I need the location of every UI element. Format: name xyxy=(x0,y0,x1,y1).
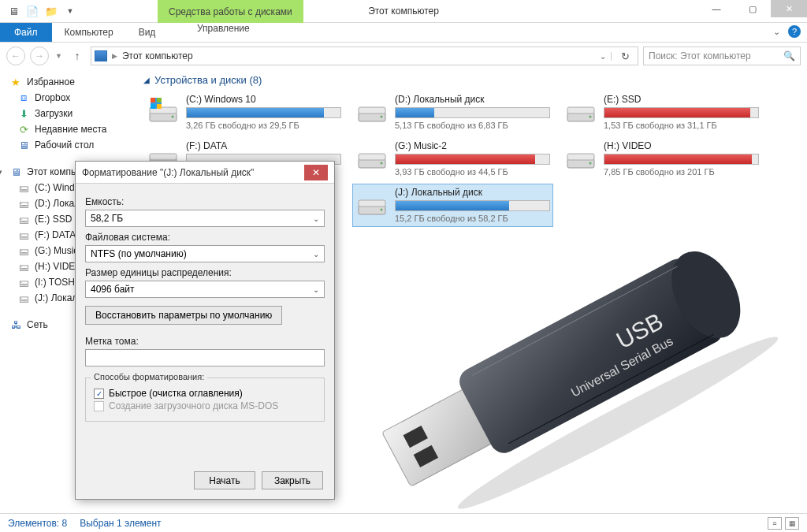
svg-rect-6 xyxy=(151,104,155,109)
minimize-button[interactable]: — xyxy=(698,0,734,17)
drive-icon: 🖴 xyxy=(17,213,30,225)
filesystem-label: Файловая система: xyxy=(85,232,325,243)
context-tab-drive-tools[interactable]: Средства работы с дисками xyxy=(158,0,303,23)
dropbox-icon: ⧈ xyxy=(17,91,30,104)
svg-rect-15 xyxy=(150,154,177,160)
svg-rect-12 xyxy=(567,107,594,113)
drive-tile[interactable]: (H:) VIDEO 7,85 ГБ свободно из 201 ГБ xyxy=(561,137,762,180)
tiles-view-icon[interactable]: ▦ xyxy=(785,517,799,530)
drive-tile[interactable]: (G:) Music-2 3,93 ГБ свободно из 44,5 ГБ xyxy=(352,137,553,180)
drive-usage-bar xyxy=(395,154,550,165)
svg-rect-7 xyxy=(157,104,162,109)
help-icon[interactable]: ? xyxy=(788,25,801,38)
search-placeholder: Поиск: Этот компьютер xyxy=(649,50,751,61)
qat-computer-icon[interactable]: 🖥 xyxy=(5,2,22,20)
format-options-legend: Способы форматирования: xyxy=(91,372,207,381)
computer-icon xyxy=(95,50,107,61)
titlebar: 🖥 📄 📁 ▼ Средства работы с дисками Этот к… xyxy=(0,0,807,23)
history-dropdown-icon[interactable]: ▼ xyxy=(54,52,64,60)
file-tab[interactable]: Файл xyxy=(0,23,52,42)
forward-button[interactable]: → xyxy=(30,47,49,65)
drive-icon: 🖴 xyxy=(17,260,30,273)
drive-icon: 🖴 xyxy=(17,229,30,241)
close-dialog-button[interactable]: Закрыть xyxy=(262,471,323,489)
drive-icon xyxy=(147,94,180,127)
capacity-label: Емкость: xyxy=(85,196,325,207)
recent-icon: ⟳ xyxy=(17,123,30,136)
close-button[interactable]: ✕ xyxy=(771,0,807,17)
details-view-icon[interactable]: ≡ xyxy=(768,517,782,530)
drive-tile[interactable]: (D:) Локальный диск 5,13 ГБ свободно из … xyxy=(352,91,553,134)
dialog-close-button[interactable]: ✕ xyxy=(304,165,328,180)
drive-usage-bar xyxy=(604,154,759,165)
svg-rect-24 xyxy=(359,200,385,206)
search-input[interactable]: Поиск: Этот компьютер 🔍 xyxy=(643,47,801,65)
collapse-icon: ◢ xyxy=(143,76,150,84)
drive-tile[interactable]: (C:) Windows 10 3,26 ГБ свободно из 29,5… xyxy=(143,91,344,134)
sidebar-favorites[interactable]: ★Избранное xyxy=(0,74,136,90)
svg-point-2 xyxy=(172,116,174,118)
svg-point-19 xyxy=(381,162,383,165)
capacity-select[interactable]: 58,2 ГБ⌄ xyxy=(85,210,325,227)
dialog-title: Форматирование "(J:) Локальный диск" xyxy=(82,167,304,178)
maximize-button[interactable]: ▢ xyxy=(734,0,771,17)
restore-defaults-button[interactable]: Восстановить параметры по умолчанию xyxy=(85,306,282,325)
status-selection: Выбран 1 элемент xyxy=(80,518,161,529)
group-header-drives[interactable]: ◢ Устройства и диски (8) xyxy=(143,74,799,86)
sidebar-dropbox[interactable]: ⧈Dropbox xyxy=(0,90,136,106)
address-bar[interactable]: ▶ Этот компьютер ⌄ ↻ xyxy=(91,47,638,65)
chevron-down-icon: ⌄ xyxy=(313,250,319,259)
refresh-icon[interactable]: ↻ xyxy=(616,50,634,62)
chevron-down-icon: ⌄ xyxy=(313,214,319,223)
drive-tile[interactable]: (J:) Локальный диск 15,2 ГБ свободно из … xyxy=(352,184,553,227)
drive-icon xyxy=(355,94,389,127)
up-button[interactable]: ↑ xyxy=(69,47,86,65)
checkbox-unchecked-icon xyxy=(94,401,104,411)
status-bar: Элементов: 8 Выбран 1 элемент ≡ ▦ xyxy=(0,513,807,532)
sidebar-recent[interactable]: ⟳Недавние места xyxy=(0,121,136,137)
view-tab[interactable]: Вид xyxy=(126,23,169,42)
back-button[interactable]: ← xyxy=(6,47,25,65)
svg-point-10 xyxy=(381,116,383,118)
drive-free-text: 1,53 ГБ свободно из 31,1 ГБ xyxy=(604,121,759,130)
drive-tile[interactable]: (E:) SSD 1,53 ГБ свободно из 31,1 ГБ xyxy=(561,91,762,134)
volume-label-input[interactable] xyxy=(85,349,325,366)
drive-usage-bar xyxy=(395,107,550,118)
svg-rect-4 xyxy=(151,98,155,102)
view-mode-switcher: ≡ ▦ xyxy=(768,517,799,530)
drive-icon: 🖴 xyxy=(17,244,30,257)
sidebar-desktop[interactable]: 🖥Рабочий стол xyxy=(0,137,136,153)
drive-name: (D:) Локальный диск xyxy=(395,94,550,105)
sidebar-downloads[interactable]: ⬇Загрузки xyxy=(0,106,136,121)
allocation-label: Размер единицы распределения: xyxy=(85,267,325,278)
drive-usage-bar xyxy=(395,200,550,211)
allocation-select[interactable]: 4096 байт⌄ xyxy=(85,281,325,298)
quick-access-toolbar: 🖥 📄 📁 ▼ xyxy=(0,2,79,20)
window-controls: — ▢ ✕ xyxy=(698,0,807,17)
manage-tab[interactable]: Управление xyxy=(169,23,277,34)
search-icon: 🔍 xyxy=(783,50,795,61)
breadcrumb-location[interactable]: Этот компьютер xyxy=(122,50,193,61)
drive-free-text: 3,93 ГБ свободно из 44,5 ГБ xyxy=(395,167,550,177)
computer-tab[interactable]: Компьютер xyxy=(52,23,126,42)
dialog-titlebar: Форматирование "(J:) Локальный диск" ✕ xyxy=(76,162,334,184)
ribbon-collapse-icon[interactable]: ⌄ xyxy=(773,27,780,37)
drive-icon xyxy=(564,140,597,173)
start-button[interactable]: Начать xyxy=(194,471,255,489)
address-dropdown-icon[interactable]: ⌄ xyxy=(600,52,612,61)
drive-icon: 🖴 xyxy=(17,181,30,194)
checkbox-checked-icon: ✓ xyxy=(94,389,104,399)
drive-icon: 🖴 xyxy=(17,276,30,288)
expander-icon[interactable]: ▾ xyxy=(0,168,2,176)
drive-name: (E:) SSD xyxy=(604,94,759,105)
qat-properties-icon[interactable]: 📄 xyxy=(24,2,41,20)
qat-new-folder-icon[interactable]: 📁 xyxy=(43,2,60,20)
drive-free-text: 3,26 ГБ свободно из 29,5 ГБ xyxy=(186,121,341,130)
quick-format-checkbox[interactable]: ✓ Быстрое (очистка оглавления) xyxy=(94,388,316,399)
breadcrumb-sep: ▶ xyxy=(112,52,117,60)
filesystem-select[interactable]: NTFS (по умолчанию)⌄ xyxy=(85,245,325,262)
svg-rect-9 xyxy=(359,107,385,113)
qat-dropdown-icon[interactable]: ▼ xyxy=(61,2,79,20)
ribbon-tabs: Файл Компьютер Вид Управление ⌄ ? xyxy=(0,23,807,43)
drive-name: (C:) Windows 10 xyxy=(186,94,341,105)
